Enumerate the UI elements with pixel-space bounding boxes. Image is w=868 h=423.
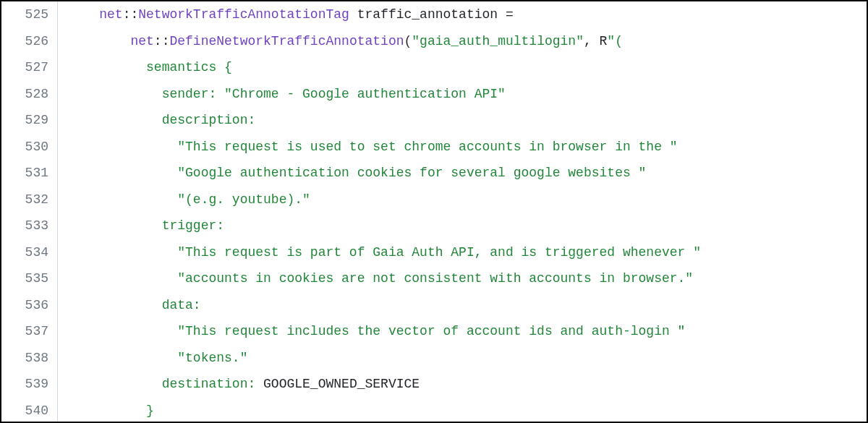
code-line[interactable]: "Google authentication cookies for sever… xyxy=(68,160,867,187)
code-token: "Google authentication cookies for sever… xyxy=(177,166,646,180)
code-token: semantics { xyxy=(146,60,232,74)
code-token: description: xyxy=(162,113,256,127)
code-token: ( xyxy=(404,34,412,48)
code-line[interactable]: sender: "Chrome - Google authentication … xyxy=(68,81,867,108)
line-number: 530 xyxy=(1,134,48,161)
line-number: 525 xyxy=(1,1,48,28)
code-line[interactable]: "This request is part of Gaia Auth API, … xyxy=(68,239,867,266)
code-line[interactable]: } xyxy=(68,398,867,422)
code-line[interactable]: "This request is used to set chrome acco… xyxy=(68,134,867,161)
code-token: "This request is part of Gaia Auth API, … xyxy=(177,245,701,260)
code-token: net xyxy=(130,34,153,48)
code-line[interactable]: destination: GOOGLE_OWNED_SERVICE xyxy=(68,371,867,398)
code-token: trigger: xyxy=(162,218,224,233)
code-token: , R xyxy=(584,34,607,48)
code-token: traffic_annotation = xyxy=(349,7,514,22)
line-number: 536 xyxy=(1,292,48,319)
code-line[interactable]: "tokens." xyxy=(68,345,867,372)
code-token: net xyxy=(99,7,122,22)
code-token: DefineNetworkTrafficAnnotation xyxy=(169,34,404,48)
code-token: "(e.g. youtube)." xyxy=(177,192,310,207)
line-number: 534 xyxy=(1,239,48,266)
code-token: destination: xyxy=(162,377,263,391)
line-number: 539 xyxy=(1,371,48,398)
code-line[interactable]: net::NetworkTrafficAnnotationTag traffic… xyxy=(68,1,867,28)
line-number: 537 xyxy=(1,318,48,345)
line-number: 528 xyxy=(1,81,48,108)
code-token: :: xyxy=(123,7,139,22)
code-line[interactable]: trigger: xyxy=(68,213,867,239)
code-line[interactable]: semantics { xyxy=(68,54,867,81)
code-token: "tokens." xyxy=(177,351,247,365)
line-number: 532 xyxy=(1,187,48,213)
line-number: 527 xyxy=(1,54,48,81)
code-token: } xyxy=(146,403,154,418)
code-token: "gaia_auth_multilogin" xyxy=(412,34,584,48)
code-line[interactable]: "accounts in cookies are not consistent … xyxy=(68,265,867,292)
code-content[interactable]: net::NetworkTrafficAnnotationTag traffic… xyxy=(58,1,867,422)
line-number: 540 xyxy=(1,398,48,424)
code-token: "This request is used to set chrome acco… xyxy=(177,140,677,154)
line-number: 531 xyxy=(1,160,48,187)
line-number: 529 xyxy=(1,107,48,134)
code-line[interactable]: description: xyxy=(68,107,867,134)
code-token: "accounts in cookies are not consistent … xyxy=(177,271,693,286)
code-token: sender: "Chrome - Google authentication … xyxy=(162,87,506,101)
code-token: "( xyxy=(607,34,623,48)
code-line[interactable]: net::DefineNetworkTrafficAnnotation("gai… xyxy=(68,28,867,55)
code-viewer: 5255265275285295305315325335345355365375… xyxy=(1,1,867,422)
line-number: 533 xyxy=(1,213,48,239)
code-token: GOOGLE_OWNED_SERVICE xyxy=(263,377,420,391)
code-line[interactable]: data: xyxy=(68,292,867,319)
code-token: data: xyxy=(162,298,201,312)
line-number-gutter: 5255265275285295305315325335345355365375… xyxy=(1,1,58,422)
line-number: 535 xyxy=(1,265,48,292)
code-token: NetworkTrafficAnnotationTag xyxy=(138,7,349,22)
code-line[interactable]: "This request includes the vector of acc… xyxy=(68,318,867,345)
line-number: 538 xyxy=(1,345,48,372)
line-number: 526 xyxy=(1,28,48,55)
code-token: "This request includes the vector of acc… xyxy=(177,324,685,338)
code-line[interactable]: "(e.g. youtube)." xyxy=(68,187,867,213)
code-token: :: xyxy=(154,34,170,48)
